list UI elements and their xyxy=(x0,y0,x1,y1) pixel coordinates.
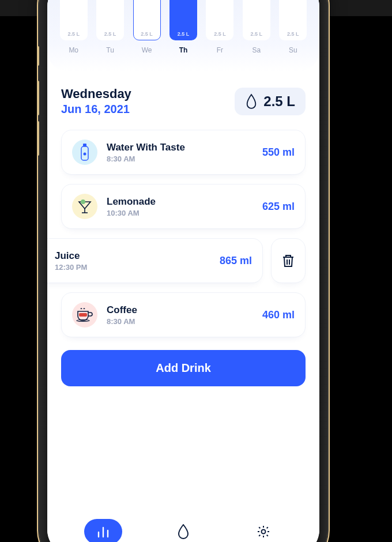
date-text: Jun 16, 2021 xyxy=(61,103,131,116)
goal-value: 2.5 L xyxy=(263,93,295,110)
day-label: Tu xyxy=(106,46,114,54)
drink-text: Lemonade 10:30 AM xyxy=(107,196,253,217)
day-label: Fr xyxy=(217,46,223,54)
bottom-nav xyxy=(47,511,319,542)
drink-time: 10:30 AM xyxy=(107,209,253,217)
bars-row: 750 ml 2.5 L Mo 2.5 L Tu xyxy=(58,0,309,54)
date-block: Wednesday Jun 16, 2021 xyxy=(61,86,131,116)
bar-goal: 2.5 L xyxy=(251,31,263,37)
bar-we-selected: 2.5 L xyxy=(133,0,161,40)
trash-icon xyxy=(281,253,296,268)
drink-text: Water With Taste 8:30 AM xyxy=(107,142,253,163)
side-button xyxy=(37,81,39,115)
drink-amount: 460 ml xyxy=(262,309,295,321)
drink-card-coffee[interactable]: Coffee 8:30 AM 460 ml xyxy=(61,292,306,337)
day-label: Su xyxy=(289,46,297,54)
bar-col-sa[interactable]: 2.5 L Sa xyxy=(240,0,272,54)
svg-point-5 xyxy=(81,200,85,204)
stats-icon xyxy=(96,525,111,538)
drink-text: Juice 12:30 PM xyxy=(55,250,210,272)
swiped-drink-row[interactable]: Juice 12:30 PM 865 ml xyxy=(47,238,306,283)
side-button xyxy=(37,46,39,66)
drink-time: 8:30 AM xyxy=(107,155,253,163)
bar-col-th[interactable]: 865 ml 2.5 L Th xyxy=(167,0,199,54)
drink-card-water[interactable]: Water With Taste 8:30 AM 550 ml xyxy=(61,130,306,175)
drink-name: Coffee xyxy=(107,304,253,316)
bar-col-su[interactable]: 2.5 L Su xyxy=(277,0,309,54)
daily-goal-chip[interactable]: 2.5 L xyxy=(235,88,306,115)
date-header-row: Wednesday Jun 16, 2021 2.5 L xyxy=(61,86,306,116)
drink-amount: 865 ml xyxy=(220,255,252,267)
coffee-icon xyxy=(72,302,97,328)
nav-stats[interactable] xyxy=(84,519,122,542)
svg-rect-10 xyxy=(79,313,87,317)
drink-card-lemonade[interactable]: Lemonade 10:30 AM 625 ml xyxy=(61,184,306,229)
day-label: We xyxy=(142,46,152,54)
side-button xyxy=(37,121,39,156)
delete-button[interactable] xyxy=(271,238,306,283)
drink-amount: 550 ml xyxy=(262,146,295,159)
bar-goal: 2.5 L xyxy=(104,31,116,37)
bar-sa: 2.5 L xyxy=(243,0,270,40)
bar-mo: 750 ml 2.5 L xyxy=(60,0,88,40)
bar-goal: 2.5 L xyxy=(178,31,190,37)
drink-name: Lemonade xyxy=(107,196,253,208)
nav-water[interactable] xyxy=(164,519,202,542)
bar-col-fr[interactable]: 2.5 L Fr xyxy=(204,0,236,54)
day-label: Mo xyxy=(69,46,78,54)
bar-tu: 2.5 L xyxy=(96,0,124,40)
bar-col-we[interactable]: 2.5 L We xyxy=(131,0,163,54)
day-label: Sa xyxy=(252,46,261,54)
phone-frame: 750 ml 2.5 L Mo 2.5 L Tu xyxy=(39,0,327,542)
drink-amount: 625 ml xyxy=(262,201,295,213)
svg-point-2 xyxy=(84,153,86,156)
gear-icon xyxy=(257,525,270,539)
bar-fr: 2.5 L xyxy=(206,0,233,40)
lemonade-icon xyxy=(72,194,97,219)
drink-name: Water With Taste xyxy=(107,142,253,153)
bar-goal: 2.5 L xyxy=(67,31,80,37)
drop-icon xyxy=(245,93,258,110)
bottle-icon xyxy=(72,140,97,165)
bar-goal: 2.5 L xyxy=(214,31,226,37)
app-screen: 750 ml 2.5 L Mo 2.5 L Tu xyxy=(47,0,319,542)
drink-text: Coffee 8:30 AM xyxy=(107,304,253,326)
bar-su: 2.5 L xyxy=(279,0,307,40)
bar-col-tu[interactable]: 2.5 L Tu xyxy=(94,0,126,54)
bar-goal: 2.5 L xyxy=(287,31,299,37)
drop-icon xyxy=(177,524,190,539)
drink-card-juice[interactable]: Juice 12:30 PM 865 ml xyxy=(47,238,263,283)
bar-th-active: 865 ml 2.5 L xyxy=(169,0,197,40)
nav-settings[interactable] xyxy=(244,519,282,542)
day-label: Th xyxy=(179,46,188,54)
drink-time: 8:30 AM xyxy=(107,317,253,326)
svg-point-15 xyxy=(261,530,265,534)
bar-goal: 2.5 L xyxy=(141,31,153,37)
content-area: Wednesday Jun 16, 2021 2.5 L Water With … xyxy=(47,71,319,511)
drink-name: Juice xyxy=(55,250,210,262)
weekly-chart: 750 ml 2.5 L Mo 2.5 L Tu xyxy=(47,0,319,71)
day-of-week: Wednesday xyxy=(61,86,131,101)
drink-time: 12:30 PM xyxy=(55,263,210,272)
bar-col-mo[interactable]: 750 ml 2.5 L Mo xyxy=(58,0,89,54)
add-drink-button[interactable]: Add Drink xyxy=(61,350,306,386)
